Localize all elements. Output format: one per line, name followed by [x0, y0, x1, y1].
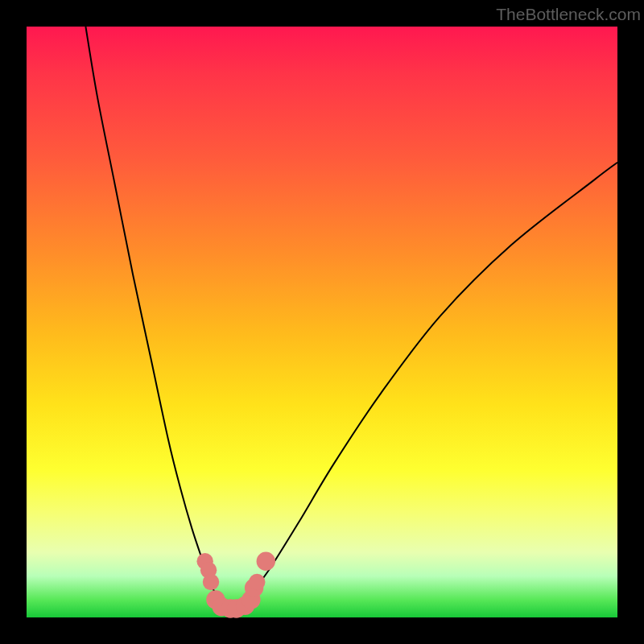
valley-marker: [249, 574, 265, 590]
curve-markers: [196, 552, 275, 618]
curve-right-branch: [228, 163, 617, 609]
chart-svg: [27, 27, 617, 617]
curve-left-branch: [85, 27, 227, 609]
curve-lines: [85, 27, 617, 609]
valley-marker: [203, 574, 219, 590]
watermark-text: TheBottleneck.com: [496, 5, 641, 24]
plot-area: [27, 27, 617, 617]
valley-marker: [257, 552, 275, 571]
chart-frame: TheBottleneck.com: [0, 0, 644, 644]
